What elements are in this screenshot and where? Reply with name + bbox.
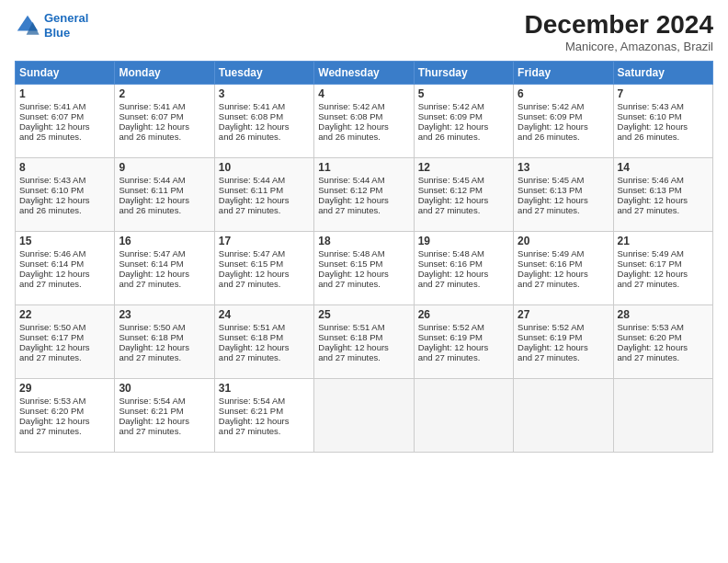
day-info-line: Daylight: 12 hours [219,121,310,132]
day-cell-25: 25Sunrise: 5:51 AMSunset: 6:18 PMDayligh… [314,304,414,378]
day-number: 3 [219,87,310,100]
logo-text: General Blue [44,11,88,40]
day-info-line: Sunset: 6:11 PM [119,185,210,195]
day-info-line: Sunrise: 5:44 AM [318,175,409,185]
day-number: 22 [19,308,110,321]
day-cell-11: 11Sunrise: 5:44 AMSunset: 6:12 PMDayligh… [314,157,414,231]
day-info-line: Sunrise: 5:48 AM [318,248,409,259]
day-info-line: Daylight: 12 hours [418,342,509,352]
day-info-line: Sunrise: 5:51 AM [219,322,310,332]
day-info-line: and 27 minutes. [418,205,509,215]
empty-cell [514,378,613,452]
day-info-line: Sunset: 6:16 PM [418,259,509,269]
day-info-line: and 27 minutes. [518,352,609,362]
day-info-line: and 27 minutes. [618,279,709,289]
day-number: 1 [19,87,110,100]
day-cell-19: 19Sunrise: 5:48 AMSunset: 6:16 PMDayligh… [414,231,513,304]
day-number: 17 [219,235,310,247]
day-number: 10 [219,161,310,174]
day-info-line: Daylight: 12 hours [19,416,110,426]
day-info-line: and 27 minutes. [418,279,509,289]
day-info-line: Sunset: 6:10 PM [19,185,110,195]
day-info-line: and 26 minutes. [518,132,609,142]
day-info-line: Sunset: 6:19 PM [518,332,609,342]
day-info-line: Sunrise: 5:46 AM [618,175,709,185]
day-cell-14: 14Sunrise: 5:46 AMSunset: 6:13 PMDayligh… [613,157,712,231]
day-info-line: Daylight: 12 hours [119,269,210,279]
day-info-line: and 25 minutes. [19,132,110,142]
col-header-tuesday: Tuesday [214,61,313,84]
day-cell-20: 20Sunrise: 5:49 AMSunset: 6:16 PMDayligh… [514,231,613,304]
day-info-line: Daylight: 12 hours [518,269,609,279]
col-header-thursday: Thursday [414,61,513,84]
day-number: 13 [518,161,609,174]
day-info-line: Daylight: 12 hours [318,269,409,279]
day-cell-8: 8Sunrise: 5:43 AMSunset: 6:10 PMDaylight… [16,157,115,231]
day-info-line: and 27 minutes. [19,352,110,362]
day-info-line: Sunset: 6:17 PM [19,332,110,342]
day-cell-26: 26Sunrise: 5:52 AMSunset: 6:19 PMDayligh… [414,304,513,378]
title-block: December 2024 Manicore, Amazonas, Brazil [525,11,713,53]
day-cell-4: 4Sunrise: 5:42 AMSunset: 6:08 PMDaylight… [314,84,414,157]
empty-cell [613,378,712,452]
day-info-line: Sunset: 6:18 PM [119,332,210,342]
col-header-wednesday: Wednesday [314,61,414,84]
day-info-line: Sunset: 6:13 PM [618,185,709,195]
day-info-line: Daylight: 12 hours [618,195,709,205]
day-info-line: Sunrise: 5:53 AM [618,322,709,332]
day-number: 21 [618,235,709,247]
day-info-line: Sunset: 6:21 PM [219,406,310,416]
day-info-line: Sunrise: 5:42 AM [418,101,509,111]
day-number: 6 [518,87,609,100]
day-cell-7: 7Sunrise: 5:43 AMSunset: 6:10 PMDaylight… [613,84,712,157]
day-info-line: Daylight: 12 hours [219,195,310,205]
day-info-line: Sunset: 6:21 PM [119,406,210,416]
day-info-line: Daylight: 12 hours [19,121,110,132]
day-info-line: and 26 minutes. [119,205,210,215]
day-cell-5: 5Sunrise: 5:42 AMSunset: 6:09 PMDaylight… [414,84,513,157]
day-cell-3: 3Sunrise: 5:41 AMSunset: 6:08 PMDaylight… [214,84,313,157]
day-number: 25 [318,308,409,321]
page-container: General Blue December 2024 Manicore, Ama… [0,0,728,460]
day-info-line: Sunset: 6:20 PM [618,332,709,342]
day-info-line: Sunset: 6:20 PM [19,406,110,416]
day-info-line: Sunrise: 5:52 AM [418,322,509,332]
day-info-line: Daylight: 12 hours [318,121,409,132]
logo: General Blue [15,11,88,40]
day-cell-13: 13Sunrise: 5:45 AMSunset: 6:13 PMDayligh… [514,157,613,231]
logo-line1: General [44,11,88,25]
day-info-line: and 27 minutes. [418,352,509,362]
day-info-line: Sunset: 6:08 PM [318,111,409,121]
day-number: 19 [418,235,509,247]
logo-line2: Blue [44,26,70,40]
day-number: 9 [119,161,210,174]
day-info-line: Daylight: 12 hours [19,195,110,205]
day-cell-18: 18Sunrise: 5:48 AMSunset: 6:15 PMDayligh… [314,231,414,304]
day-info-line: and 27 minutes. [318,279,409,289]
day-info-line: Daylight: 12 hours [119,416,210,426]
day-info-line: Sunset: 6:15 PM [219,259,310,269]
week-row-5: 29Sunrise: 5:53 AMSunset: 6:20 PMDayligh… [16,378,713,452]
day-info-line: Daylight: 12 hours [119,342,210,352]
day-info-line: Sunrise: 5:49 AM [518,248,609,259]
day-info-line: Daylight: 12 hours [219,342,310,352]
day-info-line: Daylight: 12 hours [618,269,709,279]
day-number: 30 [119,382,210,395]
day-info-line: Sunrise: 5:41 AM [19,101,110,111]
day-info-line: and 27 minutes. [318,352,409,362]
day-cell-30: 30Sunrise: 5:54 AMSunset: 6:21 PMDayligh… [115,378,214,452]
day-cell-17: 17Sunrise: 5:47 AMSunset: 6:15 PMDayligh… [214,231,313,304]
day-info-line: Sunset: 6:13 PM [518,185,609,195]
day-cell-29: 29Sunrise: 5:53 AMSunset: 6:20 PMDayligh… [16,378,115,452]
day-info-line: Sunrise: 5:47 AM [219,248,310,259]
day-info-line: and 27 minutes. [119,279,210,289]
day-cell-27: 27Sunrise: 5:52 AMSunset: 6:19 PMDayligh… [514,304,613,378]
day-info-line: Sunset: 6:12 PM [418,185,509,195]
day-info-line: Sunrise: 5:45 AM [518,175,609,185]
day-number: 26 [418,308,509,321]
day-info-line: Daylight: 12 hours [518,121,609,132]
location-subtitle: Manicore, Amazonas, Brazil [525,40,713,53]
empty-cell [314,378,414,452]
day-number: 5 [418,87,509,100]
day-info-line: Daylight: 12 hours [318,195,409,205]
